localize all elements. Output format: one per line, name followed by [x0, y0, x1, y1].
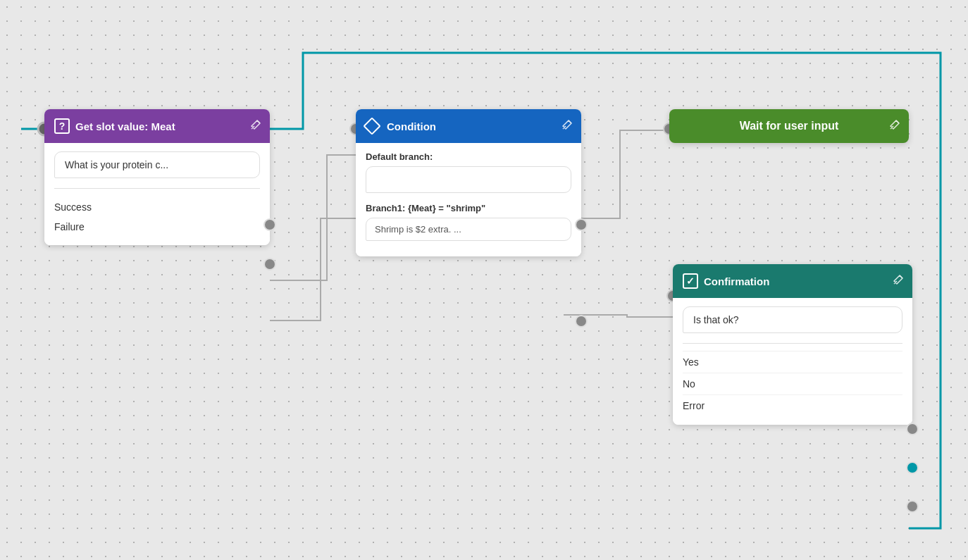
yes-label: Yes: [683, 356, 699, 368]
default-branch-label: Default branch:: [366, 151, 571, 162]
yes-port[interactable]: [906, 423, 919, 435]
slot-success-row: Success: [54, 197, 260, 217]
slot-body: What is your protein c... Success Failur…: [44, 143, 270, 245]
failure-port[interactable]: [263, 258, 276, 270]
confirmation-message: Is that ok?: [693, 314, 739, 325]
check-icon: ✓: [683, 273, 698, 289]
condition-node: Condition Default branch: Branch1: {Meat…: [356, 109, 581, 256]
confirmation-title: Confirmation: [704, 275, 769, 287]
slot-failure-label: Failure: [54, 221, 85, 232]
slot-header: ? Get slot value: Meat: [44, 109, 270, 143]
slot-title: Get slot value: Meat: [75, 120, 175, 132]
confirmation-body: Is that ok? Yes No Error: [673, 298, 912, 425]
wait-node: Wait for user input: [669, 109, 909, 143]
condition-edit-icon[interactable]: [561, 119, 573, 133]
condition-diamond-icon: [363, 117, 380, 135]
slot-success-label: Success: [54, 201, 92, 213]
branch1-port[interactable]: [575, 315, 588, 328]
confirmation-no-row: No: [683, 373, 902, 394]
wait-title: Wait for user input: [740, 120, 839, 132]
error-label: Error: [683, 400, 705, 411]
confirmation-node: ✓ Confirmation Is that ok? Yes No Error: [673, 264, 912, 425]
wait-header: Wait for user input: [669, 109, 909, 143]
slot-message-bubble: What is your protein c...: [54, 151, 260, 178]
question-icon: ?: [54, 118, 70, 134]
confirmation-message-bubble: Is that ok?: [683, 306, 902, 333]
no-port[interactable]: [906, 461, 919, 474]
confirmation-header: ✓ Confirmation: [673, 264, 912, 298]
condition-title: Condition: [387, 120, 436, 132]
confirmation-yes-row: Yes: [683, 351, 902, 373]
wait-edit-icon[interactable]: [889, 119, 900, 133]
no-label: No: [683, 378, 695, 390]
confirmation-error-row: Error: [683, 394, 902, 416]
condition-header: Condition: [356, 109, 581, 143]
default-branch-port[interactable]: [575, 218, 588, 231]
branch1-bubble: Shrimp is $2 extra. ...: [366, 218, 571, 241]
condition-body: Default branch: Branch1: {Meat} = "shrim…: [356, 143, 581, 256]
error-port[interactable]: [906, 500, 919, 513]
branch1-message: Shrimp is $2 extra. ...: [375, 224, 461, 235]
default-branch-bubble: [366, 166, 571, 193]
success-port[interactable]: [263, 218, 276, 231]
branch1-label: Branch1: {Meat} = "shrimp": [366, 203, 571, 213]
slot-message-text: What is your protein c...: [65, 159, 168, 170]
slot-node: ? Get slot value: Meat What is your prot…: [44, 109, 270, 245]
slot-edit-icon[interactable]: [250, 119, 261, 133]
confirmation-edit-icon[interactable]: [893, 274, 904, 288]
slot-failure-row: Failure: [54, 217, 260, 237]
